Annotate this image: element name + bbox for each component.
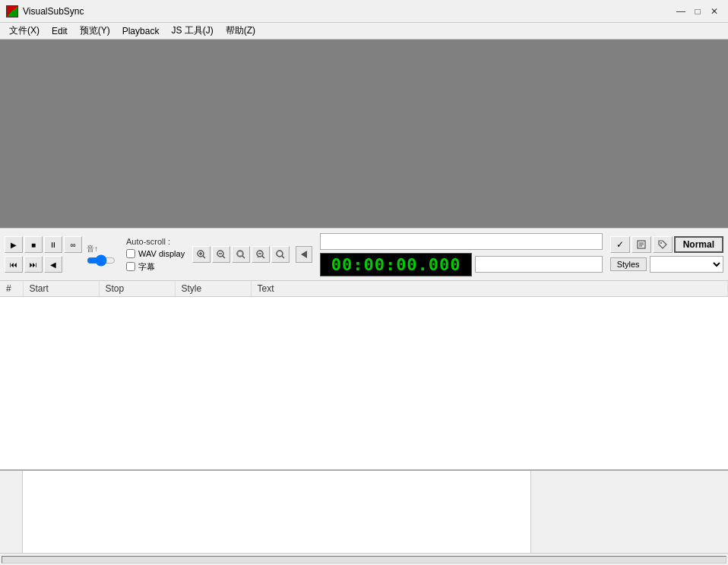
svg-line-15	[282, 256, 284, 258]
col-text: Text	[251, 281, 728, 297]
svg-point-14	[277, 251, 283, 257]
menu-js[interactable]: JS 工具(J)	[165, 23, 219, 39]
title-bar: VisualSubSync — □ ✕	[0, 0, 728, 23]
check-button[interactable]: ✓	[610, 236, 630, 253]
svg-line-6	[223, 256, 225, 258]
transport-row-1: ▶ ■ ⏸ ∞	[5, 236, 82, 253]
svg-line-12	[262, 256, 264, 258]
scroll-button[interactable]	[296, 246, 312, 263]
styles-button[interactable]: Styles	[610, 257, 647, 271]
minimize-button[interactable]: —	[673, 4, 688, 19]
col-start: Start	[23, 281, 99, 297]
timecode-display: 00:00:00.000	[320, 253, 472, 276]
right-bottom: 00:00:00.000	[320, 253, 603, 276]
play-button[interactable]: ▶	[5, 236, 23, 253]
wav-display-row: WAV display	[126, 249, 185, 258]
menu-bar: 文件(X) Edit 预览(Y) Playback JS 工具(J) 帮助(Z)	[0, 23, 728, 39]
transport-controls: ▶ ■ ⏸ ∞ ⏮ ⏭ ◀	[5, 236, 82, 273]
subtitle-checkbox[interactable]	[126, 262, 135, 271]
volume-area: 音↑	[87, 244, 117, 265]
subtitle-label: 字幕	[138, 261, 155, 273]
subtitle-input-bottom[interactable]	[475, 256, 603, 273]
volume-slider[interactable]	[87, 256, 116, 265]
horizontal-scrollbar[interactable]	[0, 553, 728, 565]
zoom-area: +	[192, 246, 290, 263]
wav-display-label: WAV display	[138, 249, 185, 258]
right-controls: 00:00:00.000	[320, 233, 603, 276]
back-button[interactable]: ◀	[44, 256, 62, 273]
prev-button[interactable]: ⏮	[5, 256, 23, 273]
menu-preview[interactable]: 预览(Y)	[74, 23, 116, 39]
autoscroll-label: Auto-scroll :	[126, 237, 185, 246]
subtitle-table: # Start Stop Style Text	[0, 281, 728, 297]
zoom-sel-button[interactable]: +	[252, 246, 270, 263]
loop-button[interactable]: ∞	[64, 236, 82, 253]
autoscroll-area: Auto-scroll : WAV display 字幕	[122, 237, 185, 273]
subtitle-row: 字幕	[126, 261, 185, 273]
normal-button[interactable]: Normal	[674, 236, 723, 253]
controls-area: ▶ ■ ⏸ ∞ ⏮ ⏭ ◀ 音↑ Auto-scroll : WAV displ…	[0, 228, 728, 281]
col-stop: Stop	[99, 281, 175, 297]
bottom-area	[0, 469, 728, 553]
tag-button[interactable]	[653, 236, 673, 253]
wav-display-checkbox[interactable]	[126, 249, 135, 258]
next-button[interactable]: ⏭	[24, 256, 43, 273]
svg-line-3	[203, 256, 205, 258]
styles-dropdown[interactable]: Default Italic Bold	[650, 256, 723, 273]
col-num: #	[0, 281, 23, 297]
svg-rect-8	[238, 251, 242, 256]
action-row-bottom: Styles Default Italic Bold	[610, 256, 723, 273]
col-style: Style	[175, 281, 251, 297]
table-header-row: # Start Stop Style Text	[0, 281, 728, 297]
zoom-out-button[interactable]	[212, 246, 230, 263]
action-row-top: ✓ Normal	[610, 236, 723, 253]
zoom-all-button[interactable]	[271, 246, 290, 263]
app-icon	[6, 5, 18, 17]
menu-edit[interactable]: Edit	[46, 23, 74, 39]
bottom-left-panel	[0, 471, 23, 553]
edit-button[interactable]	[631, 236, 651, 253]
bottom-right-panel	[530, 471, 728, 553]
right-top	[320, 233, 603, 250]
app-title: VisualSubSync	[23, 6, 672, 17]
video-area	[0, 39, 728, 228]
menu-help[interactable]: 帮助(Z)	[220, 23, 261, 39]
maximize-button[interactable]: □	[690, 4, 705, 19]
close-button[interactable]: ✕	[707, 4, 722, 19]
zoom-fit-button[interactable]	[232, 246, 250, 263]
subtitle-list[interactable]: # Start Stop Style Text	[0, 281, 728, 469]
menu-file[interactable]: 文件(X)	[3, 23, 46, 39]
transport-row-2: ⏮ ⏭ ◀	[5, 256, 82, 273]
svg-point-21	[660, 242, 662, 244]
subtitle-input-top[interactable]	[320, 233, 603, 250]
svg-marker-16	[301, 251, 307, 258]
scrollbar-track	[2, 556, 726, 563]
svg-line-9	[242, 256, 245, 258]
menu-playback[interactable]: Playback	[116, 23, 166, 39]
bottom-textarea[interactable]	[23, 471, 530, 553]
stop-button[interactable]: ■	[24, 236, 43, 253]
svg-text:+: +	[257, 254, 259, 259]
pause-button[interactable]: ⏸	[44, 236, 62, 253]
action-buttons: ✓ Normal Styles Default	[610, 236, 723, 273]
zoom-in-button[interactable]	[192, 246, 210, 263]
volume-label: 音↑	[87, 244, 117, 254]
